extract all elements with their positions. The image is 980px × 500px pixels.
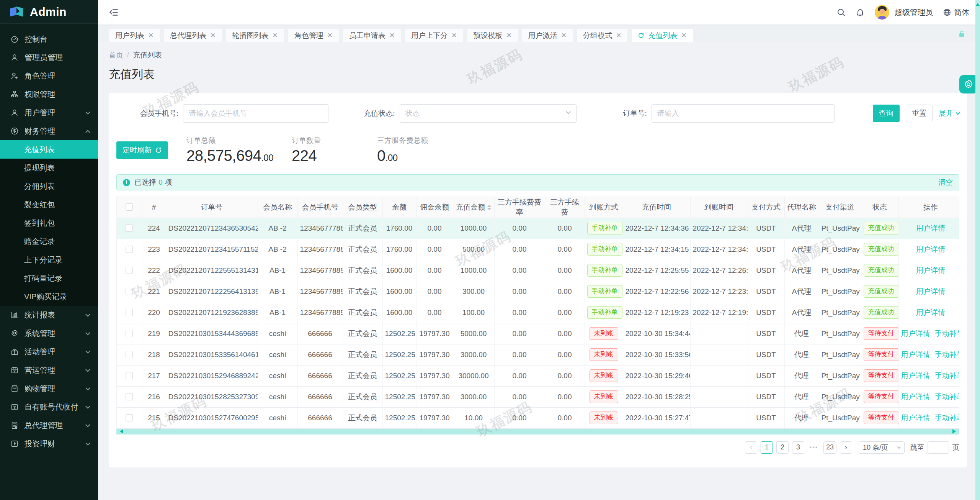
sidebar-item-活动管理[interactable]: 活动管理: [0, 343, 98, 361]
tab-预设模板[interactable]: 预设模板✕: [467, 29, 518, 42]
page-scrollbar[interactable]: [975, 0, 980, 500]
order-no-input[interactable]: [652, 104, 835, 123]
row-checkbox[interactable]: [126, 372, 133, 379]
row-checkbox[interactable]: [126, 267, 133, 274]
sidebar-item-投资理财[interactable]: 投资理财: [0, 434, 98, 453]
expand-link[interactable]: 展开: [939, 108, 959, 118]
action-link-用户详情[interactable]: 用户详情: [901, 414, 930, 422]
row-checkbox[interactable]: [126, 225, 133, 232]
page-size-select[interactable]: 10 条/页: [859, 441, 905, 454]
tab-轮播图列表[interactable]: 轮播图列表✕: [226, 29, 284, 42]
close-icon[interactable]: ✕: [148, 32, 154, 39]
action-link-用户详情[interactable]: 用户详情: [901, 330, 930, 338]
username[interactable]: 超级管理员: [895, 7, 933, 18]
sidebar-item-用户管理[interactable]: 用户管理: [0, 103, 98, 122]
action-link-用户详情[interactable]: 用户详情: [901, 372, 930, 380]
close-icon[interactable]: ✕: [681, 32, 686, 39]
next-page-button[interactable]: ›: [840, 441, 852, 454]
action-link-手动补单[interactable]: 手动补单: [935, 414, 960, 422]
prev-page-button[interactable]: ‹: [745, 441, 757, 454]
tab-角色管理[interactable]: 角色管理✕: [288, 29, 339, 42]
sidebar-item-管理员管理[interactable]: 管理员管理: [0, 48, 98, 67]
close-icon[interactable]: ✕: [451, 32, 457, 39]
page-button-1[interactable]: 1: [761, 441, 773, 454]
tab-员工申请表[interactable]: 员工申请表✕: [343, 29, 401, 42]
action-link-用户详情[interactable]: 用户详情: [916, 266, 945, 274]
scroll-right-icon[interactable]: [952, 429, 958, 434]
action-link-手动补单[interactable]: 手动补单: [935, 351, 960, 359]
close-icon[interactable]: ✕: [273, 32, 278, 39]
sidebar-subitem-裂变红包[interactable]: 裂变红包: [0, 195, 98, 214]
sidebar-item-控制台[interactable]: 控制台: [0, 30, 98, 48]
avatar[interactable]: [875, 5, 889, 20]
close-icon[interactable]: ✕: [616, 32, 621, 39]
close-icon[interactable]: ✕: [389, 32, 395, 39]
sidebar-item-财务管理[interactable]: 财务管理: [0, 122, 98, 140]
action-link-手动补单[interactable]: 手动补单: [935, 393, 960, 401]
clear-selection-link[interactable]: 清空: [938, 177, 953, 187]
row-checkbox[interactable]: [126, 393, 133, 400]
sidebar-subitem-VIP购买记录[interactable]: VIP购买记录: [0, 287, 98, 306]
close-icon[interactable]: ✕: [327, 32, 333, 39]
page-button-3[interactable]: 3: [792, 441, 804, 454]
unlock-icon[interactable]: [957, 29, 966, 38]
action-link-用户详情[interactable]: 用户详情: [916, 224, 945, 232]
column-header-充值金额[interactable]: 充值金额: [453, 197, 494, 218]
member-phone-input[interactable]: [183, 104, 328, 123]
row-checkbox[interactable]: [126, 414, 133, 421]
close-icon[interactable]: ✕: [210, 32, 216, 39]
language-switcher[interactable]: 简体: [943, 7, 969, 18]
row-checkbox[interactable]: [126, 309, 133, 316]
bell-icon[interactable]: [856, 8, 865, 17]
sort-icon[interactable]: [487, 203, 491, 212]
sidebar-item-统计报表[interactable]: 统计报表: [0, 306, 98, 324]
sidebar-item-购物管理[interactable]: 购物管理: [0, 379, 98, 398]
row-checkbox[interactable]: [126, 330, 133, 337]
row-checkbox[interactable]: [126, 246, 133, 253]
sort-desc-icon[interactable]: [487, 208, 491, 212]
page-jump-input[interactable]: [928, 441, 949, 454]
action-link-用户详情[interactable]: 用户详情: [916, 245, 945, 253]
tab-用户列表[interactable]: 用户列表✕: [109, 29, 160, 42]
sidebar-subitem-提现列表[interactable]: 提现列表: [0, 159, 98, 177]
sidebar-subitem-充值列表[interactable]: 充值列表: [0, 140, 98, 159]
sidebar-subitem-上下分记录[interactable]: 上下分记录: [0, 251, 98, 269]
row-checkbox[interactable]: [126, 288, 133, 295]
sidebar-subitem-签到礼包[interactable]: 签到礼包: [0, 214, 98, 232]
search-icon[interactable]: [836, 8, 846, 17]
sidebar-collapse-icon[interactable]: [109, 7, 119, 17]
sidebar-item-营运管理[interactable]: 营运管理: [0, 361, 98, 379]
column-header-checkbox[interactable]: [117, 197, 142, 218]
sidebar-item-角色管理[interactable]: 角色管理: [0, 67, 98, 85]
sidebar-item-总代理管理[interactable]: 总代理管理: [0, 416, 98, 434]
search-button[interactable]: 查询: [873, 105, 900, 122]
tab-总代理列表[interactable]: 总代理列表✕: [163, 29, 222, 42]
tab-用户上下分[interactable]: 用户上下分✕: [405, 29, 463, 42]
row-checkbox[interactable]: [126, 351, 133, 358]
sidebar-item-系统管理[interactable]: 系统管理: [0, 324, 98, 343]
scroll-left-icon[interactable]: [118, 429, 123, 434]
tab-充值列表[interactable]: 充值列表✕: [631, 29, 693, 42]
action-link-手动补单[interactable]: 手动补单: [935, 372, 960, 380]
auto-refresh-button[interactable]: 定时刷新: [116, 141, 168, 159]
sidebar-subitem-打码量记录[interactable]: 打码量记录: [0, 269, 98, 287]
tab-用户激活[interactable]: 用户激活✕: [522, 29, 573, 42]
action-link-用户详情[interactable]: 用户详情: [901, 393, 930, 401]
sort-asc-icon[interactable]: [487, 203, 491, 207]
close-icon[interactable]: ✕: [506, 32, 512, 39]
action-link-用户详情[interactable]: 用户详情: [916, 287, 945, 295]
sidebar-item-权限管理[interactable]: 权限管理: [0, 85, 98, 103]
page-button-2[interactable]: 2: [776, 441, 789, 454]
settings-gear-button[interactable]: [959, 75, 978, 93]
horizontal-scrollbar[interactable]: [116, 429, 959, 434]
action-link-手动补单[interactable]: 手动补单: [935, 330, 960, 338]
reset-button[interactable]: 重置: [906, 105, 933, 122]
tab-分组模式[interactable]: 分组模式✕: [577, 29, 628, 42]
action-link-用户详情[interactable]: 用户详情: [901, 351, 930, 359]
scroll-up-icon[interactable]: [976, 1, 980, 6]
breadcrumb-home[interactable]: 首页: [109, 50, 123, 60]
page-button-23[interactable]: 23: [823, 441, 836, 454]
sidebar-subitem-分佣列表[interactable]: 分佣列表: [0, 177, 98, 195]
sidebar-subitem-赠金记录[interactable]: 赠金记录: [0, 232, 98, 251]
sidebar-item-自有账号代收付[interactable]: 自有账号代收付: [0, 398, 98, 416]
